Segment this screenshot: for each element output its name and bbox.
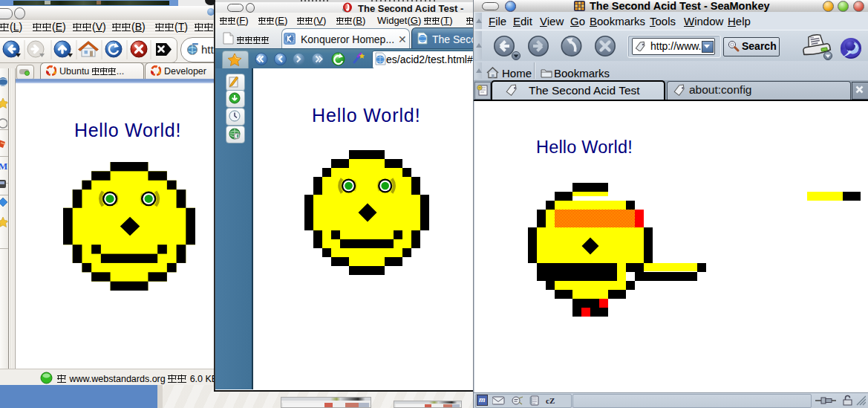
svg-text:M: M [0, 161, 7, 172]
svg-text:cZ: cZ [546, 396, 555, 405]
